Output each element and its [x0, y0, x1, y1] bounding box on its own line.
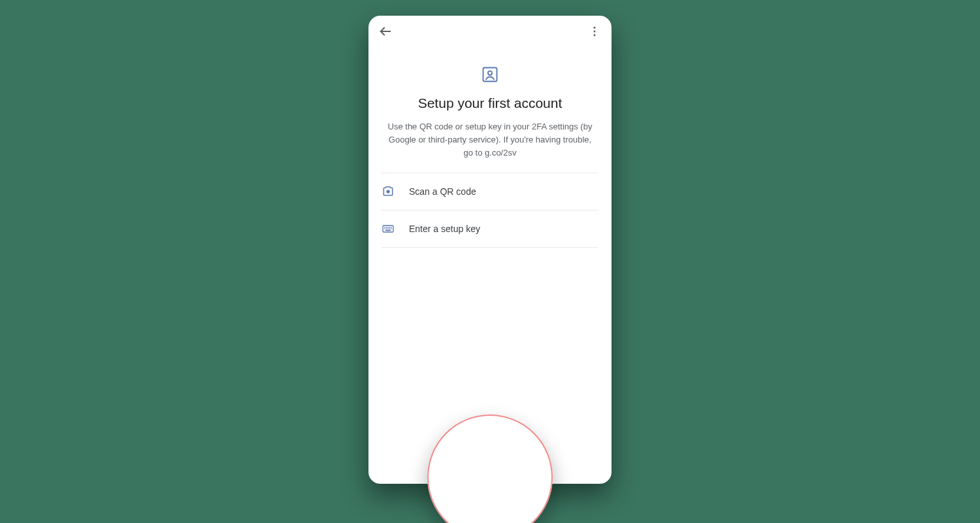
more-menu-button[interactable]: [587, 24, 602, 39]
svg-point-3: [594, 34, 596, 36]
keyboard-icon: [382, 222, 395, 235]
more-vert-icon: [588, 25, 601, 38]
options-list: Scan a QR code: [382, 173, 598, 248]
svg-point-5: [488, 71, 492, 75]
camera-icon: [382, 185, 395, 198]
page-subtitle: Use the QR code or setup key in your 2FA…: [382, 120, 598, 160]
page-title: Setup your first account: [382, 95, 598, 111]
back-button[interactable]: [378, 24, 393, 39]
svg-point-1: [594, 27, 596, 29]
svg-point-2: [594, 31, 596, 33]
back-arrow-icon: [378, 24, 393, 39]
scan-qr-option[interactable]: Scan a QR code: [382, 173, 598, 211]
svg-point-6: [387, 191, 389, 194]
content-area: Setup your first account Use the QR code…: [368, 47, 612, 248]
import-accounts-link[interactable]: Import existing accounts?: [368, 459, 612, 469]
enter-key-option[interactable]: Enter a setup key: [382, 211, 598, 248]
app-bar: [368, 16, 612, 47]
account-box-icon: [481, 65, 499, 84]
enter-key-label: Enter a setup key: [409, 224, 480, 234]
scan-qr-label: Scan a QR code: [409, 186, 476, 197]
phone-screen: Setup your first account Use the QR code…: [368, 16, 612, 484]
